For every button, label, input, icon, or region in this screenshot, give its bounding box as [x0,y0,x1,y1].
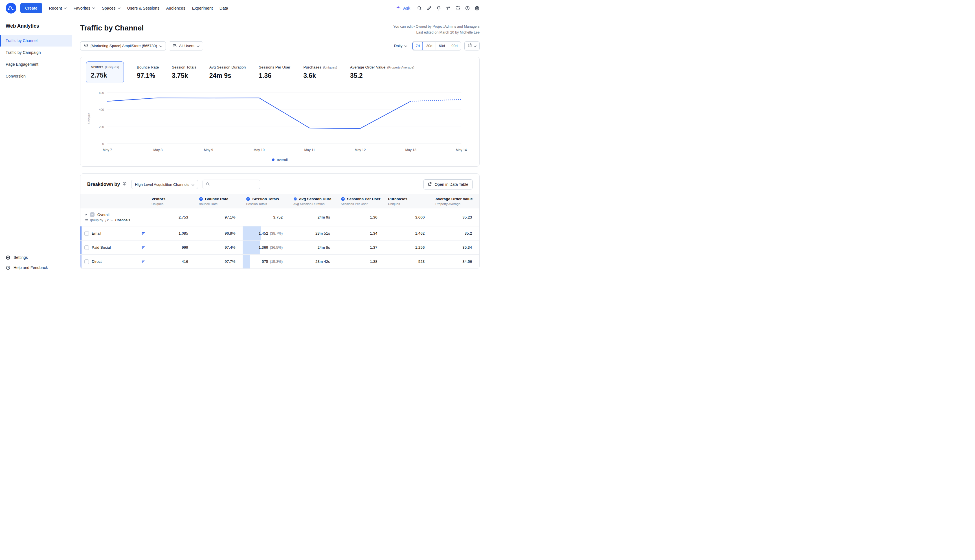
topnav-items: RecentFavoritesSpacesUsers & SessionsAud… [46,4,232,13]
user-segment-selector[interactable]: All Users [169,42,203,50]
nav-item-experiment[interactable]: Experiment [189,4,216,13]
nav-item-spaces[interactable]: Spaces [99,4,124,13]
cell-value: 1.36 [370,215,377,219]
row-filter-icon[interactable] [141,260,145,263]
sidebar-item-conversion[interactable]: Conversion [0,70,72,82]
metric-card-session-totals[interactable]: Session Totals3.75k [172,62,196,80]
cell-spu: 1.37 [337,240,385,255]
cell-spu: 1.38 [337,255,385,269]
sidebar-footer-help-and-feedback[interactable]: ?Help and Feedback [0,263,72,273]
nav-item-users-sessions[interactable]: Users & Sessions [124,4,163,13]
export-icon [428,182,432,186]
breakdown-title-row: Breakdown by [87,182,127,187]
cell-duration: 23m 42s [290,255,337,269]
column-header-session-totals[interactable]: Session TotalsSession Totals [243,194,290,208]
sync-arrows-button[interactable] [444,3,453,13]
column-header-average-order-value[interactable]: Average Order ValueProperty Average [432,194,479,208]
sidebar-item-page-engagement[interactable]: Page Engagement [0,58,72,70]
nav-item-audiences[interactable]: Audiences [163,4,189,13]
cell-sessions: 3,752 [243,208,290,227]
metric-card-average-order-value[interactable]: Average Order Value(Property Average)35.… [350,62,414,80]
metric-card-purchases[interactable]: Purchases(Uniques)3.6k [303,62,337,80]
sidebar-items: Traffic by ChannelTraffic by CampaignPag… [0,35,72,82]
cell-value: 1,256 [415,245,424,250]
overall-checkbox[interactable] [90,212,95,217]
table-row-email[interactable]: Email1,08596.8%1,452(38.7%)23m 51s1.341,… [80,227,479,240]
project-selector[interactable]: [Marketing Space] AmpliStore (565730) [80,42,166,50]
users-icon [172,43,177,48]
cell-value: 97.4% [225,245,235,250]
metric-card-visitors[interactable]: Visitors(Uniques)2.75k [86,62,124,83]
project-icon [84,43,88,48]
row-label: Direct [92,259,102,263]
range-60d-button[interactable]: 60d [436,42,448,50]
row-checkbox[interactable] [84,259,89,264]
open-in-data-table-button[interactable]: Open in Data Table [424,179,472,190]
ask-button[interactable]: Ask [393,3,413,13]
nav-item-label: Favorites [73,6,90,10]
column-header-avg-session-dura[interactable]: Avg Session Dura...Avg Session Duration [290,194,337,208]
help-button[interactable]: ? [462,3,472,13]
column-name-text: Bounce Rate [205,197,229,201]
table-row-overall[interactable]: Overallgroup byƒxChannels2,75397.1%3,752… [80,208,479,227]
calendar-dropdown[interactable] [464,42,479,50]
cell-percentage: (38.7%) [270,231,283,235]
column-header-sub: Bounce Rate [199,202,240,205]
column-header-visitors[interactable]: VisitorsUniques [148,194,195,208]
capture-frame-button[interactable] [453,3,462,13]
nav-item-recent[interactable]: Recent [46,4,70,13]
metric-card-avg-session-duration[interactable]: Avg Session Duration24m 9s [209,62,246,80]
sidebar-item-traffic-by-campaign[interactable]: Traffic by Campaign [0,47,72,58]
chevron-down-icon [92,7,95,9]
svg-text:May 13: May 13 [405,148,416,152]
line-chart: 0200400600UniquesMay 7May 8May 9May 10Ma… [86,89,474,157]
expand-chevron-icon[interactable] [84,214,87,215]
metric-card-bounce-rate[interactable]: Bounce Rate97.1% [137,62,159,80]
row-checkbox[interactable] [84,231,89,236]
svg-text:Uniques: Uniques [87,113,90,123]
row-checkbox[interactable] [84,245,89,250]
column-header-purchases[interactable]: PurchasesUniques [385,194,432,208]
row-filter-icon[interactable] [141,246,145,250]
breakdown-search-input[interactable] [212,182,257,187]
metric-name: Bounce Rate [137,65,159,69]
cell-aov: 34.56 [432,255,479,269]
create-button[interactable]: Create [20,3,42,13]
cell-sessions: 575(15.3%) [243,255,290,269]
nav-item-favorites[interactable]: Favorites [70,4,99,13]
svg-text:May 8: May 8 [154,148,163,152]
pen-button[interactable] [424,3,434,13]
breakdown-search [202,180,260,189]
chart-legend[interactable]: overall [86,157,474,165]
cell-value: 2,753 [179,215,188,219]
search-button[interactable] [415,3,424,13]
range-90d-button[interactable]: 90d [448,42,461,50]
svg-text:0: 0 [102,142,104,145]
breakdown-dimension-dropdown[interactable]: High Level Acquisition Channels [131,180,198,189]
column-header-name: Avg Session Dura... [294,197,335,201]
bell-button[interactable] [434,3,444,13]
column-header-sub: Sessions Per User [341,202,382,205]
amplitude-logo[interactable] [6,3,17,13]
column-header-sessions-per-user[interactable]: Sessions Per UserSessions Per User [337,194,385,208]
metric-name: Avg Session Duration [209,65,246,69]
group-by-value: Channels [115,218,130,222]
nav-item-data[interactable]: Data [216,4,232,13]
cell-purchases: 523 [385,255,432,269]
range-30d-button[interactable]: 30d [423,42,436,50]
row-filter-icon[interactable] [141,232,145,235]
column-header-bounce-rate[interactable]: Bounce RateBounce Rate [195,194,243,208]
row-label: Overall [97,213,109,217]
range-7d-button[interactable]: 7d [412,42,422,50]
granularity-dropdown[interactable]: Daily [392,42,409,50]
sidebar-item-traffic-by-channel[interactable]: Traffic by Channel [0,35,72,47]
cell-purchases: 3,600 [385,208,432,227]
info-icon[interactable] [122,182,127,187]
metric-name-row: Avg Session Duration [209,65,246,69]
gear-button[interactable] [472,3,482,13]
metric-card-sessions-per-user[interactable]: Sessions Per User1.36 [259,62,290,80]
table-row-paid-social[interactable]: Paid Social99997.4%1,369(36.5%)24m 8s1.3… [80,240,479,255]
table-row-direct[interactable]: Direct41697.7%575(15.3%)23m 42s1.3852334… [80,255,479,269]
series-color-strip [80,227,82,240]
sidebar-footer-settings[interactable]: Settings [0,252,72,263]
